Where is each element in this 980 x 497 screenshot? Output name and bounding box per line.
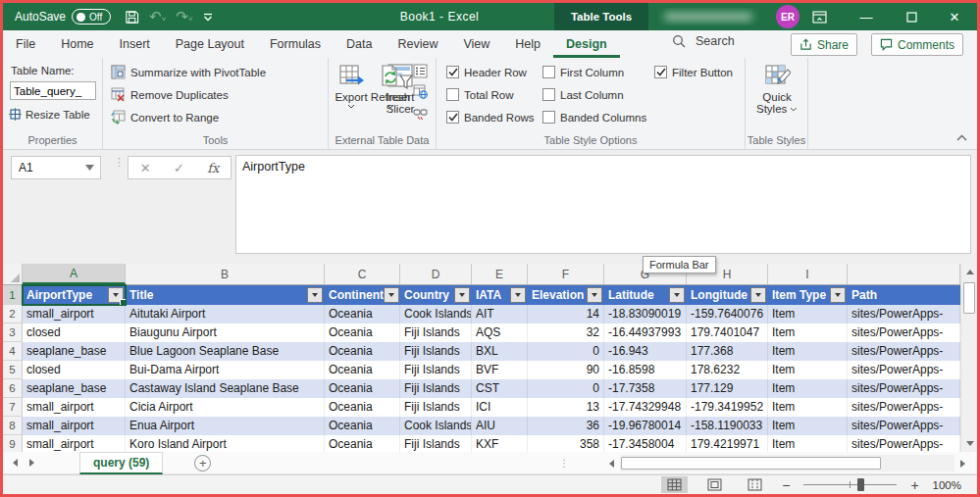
vertical-scroll-thumb[interactable] [963, 282, 975, 314]
row-number-1[interactable]: 1 [3, 285, 23, 305]
ribbon-tab-design[interactable]: Design [553, 30, 620, 58]
cell-H7[interactable]: -179.3419952 [687, 398, 768, 417]
cell-H5[interactable]: 178.6232 [687, 361, 768, 379]
cell-I9[interactable]: Item [768, 435, 848, 452]
save-icon[interactable] [125, 10, 139, 25]
column-letter-E[interactable]: E [472, 264, 528, 284]
cell-H2[interactable]: -159.7640076 [687, 305, 768, 323]
ribbon-tab-review[interactable]: Review [385, 30, 450, 58]
checkbox-total-row[interactable]: Total Row [446, 88, 514, 101]
checkbox-banded-rows[interactable]: Banded Rows [446, 111, 535, 124]
name-box-dropdown-icon[interactable] [85, 165, 94, 171]
page-layout-view-icon[interactable] [701, 476, 728, 493]
checkbox-first-column[interactable]: First Column [542, 66, 624, 78]
close-button[interactable]: ✕ [938, 3, 971, 30]
cell-D8[interactable]: Cook Islands [400, 417, 472, 435]
normal-view-icon[interactable] [661, 476, 688, 493]
scroll-down-icon[interactable] [961, 435, 977, 452]
cell-E2[interactable]: AIT [472, 305, 528, 323]
filter-dropdown-icon-title[interactable] [307, 287, 323, 303]
cell-G9[interactable]: -17.3458004 [604, 435, 687, 452]
zoom-slider-handle[interactable] [857, 478, 864, 491]
cell-G4[interactable]: -16.943 [604, 342, 687, 361]
filter-dropdown-icon-iata[interactable] [510, 287, 526, 303]
cell-H6[interactable]: 177.129 [687, 379, 768, 398]
column-letter-D[interactable]: D [400, 264, 472, 284]
scroll-right-icon[interactable] [954, 455, 971, 472]
cell-D3[interactable]: Fiji Islands [400, 323, 472, 342]
cell-C3[interactable]: Oceania [325, 323, 400, 342]
row-number-4[interactable]: 4 [3, 342, 23, 361]
cell-C7[interactable]: Oceania [325, 398, 400, 417]
checkbox-last-column[interactable]: Last Column [542, 88, 624, 101]
checkbox-box-filter-button[interactable] [654, 66, 667, 78]
checkbox-banded-columns[interactable]: Banded Columns [542, 111, 646, 124]
column-letter-C[interactable]: C [325, 264, 400, 284]
convert-to-range-button[interactable]: Convert to Range [111, 110, 219, 124]
comments-button[interactable]: Comments [871, 33, 963, 56]
cell-I6[interactable]: Item [768, 379, 848, 398]
cell-A5[interactable]: closed [23, 361, 126, 379]
zoom-slider[interactable] [803, 484, 897, 485]
resize-table-button[interactable]: Resize Table [9, 108, 90, 121]
cell-A3[interactable]: closed [23, 323, 126, 342]
checkbox-header-row[interactable]: Header Row [446, 66, 527, 78]
enter-formula-icon[interactable]: ✓ [174, 161, 184, 175]
cell-G7[interactable]: -17.74329948 [604, 398, 687, 417]
ribbon-tab-view[interactable]: View [450, 30, 502, 58]
cell-A6[interactable]: seaplane_base [23, 379, 126, 398]
collapse-ribbon-icon[interactable] [956, 134, 967, 141]
cell-I3[interactable]: Item [768, 323, 848, 342]
checkbox-filter-button[interactable]: Filter Button [654, 66, 733, 78]
column-letter-A[interactable]: A [23, 264, 126, 284]
remove-duplicates-button[interactable]: Remove Duplicates [111, 87, 229, 102]
cell-J8[interactable]: sites/PowerApps- [848, 417, 960, 435]
cell-J4[interactable]: sites/PowerApps- [848, 342, 960, 361]
table-properties-icon[interactable] [413, 64, 431, 78]
cell-F6[interactable]: 0 [528, 379, 604, 398]
namebox-splitter-handle[interactable]: ⋮ [114, 159, 125, 165]
redo-icon[interactable]: ↷˅ [176, 8, 192, 25]
autosave-toggle[interactable]: AutoSave Off [15, 9, 111, 25]
cell-J5[interactable]: sites/PowerApps- [848, 361, 960, 379]
cell-G8[interactable]: -19.96780014 [604, 417, 687, 435]
cell-J7[interactable]: sites/PowerApps- [848, 398, 960, 417]
row-number-3[interactable]: 3 [3, 323, 23, 342]
checkbox-box-first-column[interactable] [542, 66, 555, 78]
cell-G5[interactable]: -16.8598 [604, 361, 687, 379]
select-all-corner[interactable] [3, 264, 23, 284]
table-name-input[interactable] [10, 81, 96, 100]
scroll-up-icon[interactable] [961, 264, 977, 280]
cell-E4[interactable]: BXL [472, 342, 528, 361]
ribbon-tab-data[interactable]: Data [334, 30, 385, 58]
cell-H4[interactable]: 177.368 [687, 342, 768, 361]
checkbox-box-header-row[interactable] [446, 66, 459, 78]
undo-icon[interactable]: ↶˅ [149, 8, 166, 25]
header-cell-continent[interactable]: Continent [325, 285, 400, 305]
cell-C9[interactable]: Oceania [325, 435, 400, 452]
cell-C8[interactable]: Oceania [325, 417, 400, 435]
cell-A9[interactable]: small_airport [23, 435, 126, 452]
summarize-with-pivottable-button[interactable]: Summarize with PivotTable [111, 65, 266, 79]
vertical-scrollbar[interactable] [960, 264, 977, 452]
tab-scrollbar-splitter[interactable]: ⋮ [559, 461, 569, 466]
cell-E8[interactable]: AIU [472, 417, 528, 435]
filter-dropdown-icon-item-type[interactable] [830, 287, 846, 303]
filter-dropdown-icon-latitude[interactable] [669, 287, 685, 303]
filter-dropdown-icon-elevation[interactable] [587, 287, 602, 303]
checkbox-box-total-row[interactable] [446, 88, 459, 101]
autosave-switch[interactable]: Off [72, 9, 111, 25]
cell-C2[interactable]: Oceania [325, 305, 400, 323]
horizontal-scroll-thumb[interactable] [621, 457, 881, 470]
cell-G6[interactable]: -17.7358 [604, 379, 687, 398]
cell-C4[interactable]: Oceania [325, 342, 400, 361]
cell-E9[interactable]: KXF [472, 435, 528, 452]
checkbox-box-banded-rows[interactable] [446, 111, 459, 124]
header-cell-path[interactable]: Path [848, 285, 960, 305]
cell-H8[interactable]: -158.1190033 [687, 417, 768, 435]
sheet-nav-left-icon[interactable] [13, 459, 18, 467]
row-number-7[interactable]: 7 [3, 398, 23, 417]
cell-F7[interactable]: 13 [528, 398, 604, 417]
cell-A4[interactable]: seaplane_base [23, 342, 126, 361]
row-number-9[interactable]: 9 [3, 435, 23, 452]
